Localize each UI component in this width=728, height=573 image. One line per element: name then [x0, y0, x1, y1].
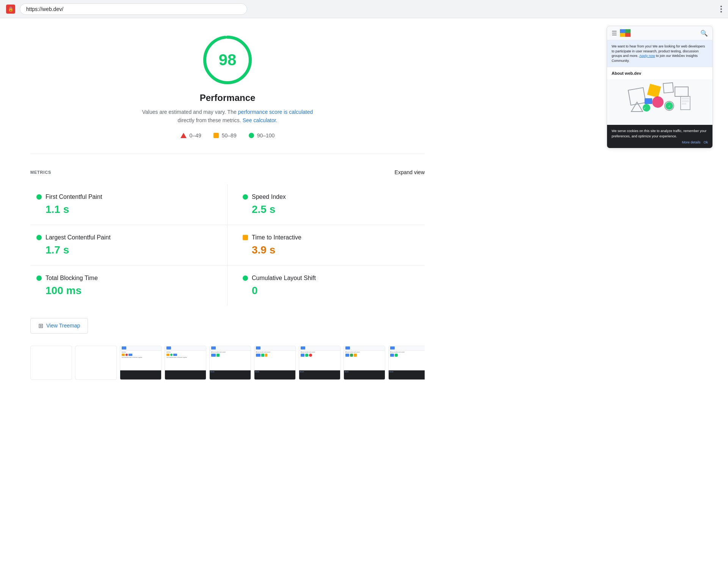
metric-fcp-indicator [36, 194, 42, 200]
treemap-label: View Treemap [46, 323, 80, 329]
legend-pass: 90–100 [249, 132, 275, 139]
cookie-ok-button[interactable]: Ok [703, 140, 708, 144]
thumb-logo [211, 346, 216, 349]
legend-average: 50–89 [213, 132, 237, 139]
screenshot-7: All your modern web content Activate [344, 346, 385, 380]
thumb-logo [256, 346, 260, 349]
screenshot-3: web.dev Let's build the future of the we… [165, 346, 206, 380]
metrics-section: METRICS Expand view First Contentful Pai… [30, 169, 425, 306]
thumb-content-7: All your modern web content [344, 351, 385, 371]
svg-rect-8 [663, 83, 673, 93]
metric-si-name: Speed Index [252, 194, 286, 200]
performance-score-link[interactable]: performance score is calculated [238, 109, 313, 115]
thumb-logo [345, 346, 350, 349]
screenshot-4: All your modern web content Activate [209, 346, 251, 380]
treemap-icon: ⊞ [38, 322, 43, 329]
thumb-content-6: All your modern web content [299, 351, 340, 371]
view-treemap-button[interactable]: ⊞ View Treemap [30, 318, 88, 334]
screenshot-0 [30, 346, 72, 380]
score-desc-text: Values are estimated and may vary. The [142, 109, 237, 115]
preview-apply-link[interactable]: Apply now [639, 54, 655, 58]
metrics-header: METRICS Expand view [30, 169, 425, 175]
metrics-grid: First Contentful Paint 1.1 s Speed Index… [30, 184, 425, 306]
browser-app-icon: 🔒 [6, 5, 15, 14]
screenshot-6: All your modern web content Activate [299, 346, 340, 380]
metric-cls-name: Cumulative Layout Shift [252, 275, 316, 282]
legend-fail: 0–49 [180, 132, 201, 139]
cookie-more-details-button[interactable]: More details [682, 140, 700, 144]
see-calculator-link[interactable]: See calculator. [243, 117, 278, 123]
svg-rect-20 [682, 103, 686, 105]
metric-fcp: First Contentful Paint 1.1 s [30, 184, 228, 225]
browser-menu-button[interactable] [720, 6, 722, 13]
metric-fcp-value: 1.1 s [36, 203, 212, 216]
metric-si-value: 2.5 s [243, 203, 419, 216]
treemap-section: ⊞ View Treemap [30, 318, 425, 334]
browser-chrome: 🔒 https://web.dev/ [0, 0, 728, 18]
screenshot-8: All your modern web content Activate [388, 346, 425, 380]
screenshots-strip: web.dev Let's build the future of the we… [30, 346, 425, 380]
site-preview: ☰ 🔍 We want to hear from you! We are loo… [607, 26, 713, 148]
svg-text:✓: ✓ [643, 107, 646, 110]
thumb-content-3: web.dev Let's build the future of the we… [165, 351, 206, 371]
thumb-logo [166, 346, 171, 349]
expand-view-button[interactable]: Expand view [395, 169, 425, 175]
preview-cookie-banner: We serve cookies on this site to analyze… [607, 125, 712, 148]
metric-lcp-indicator [36, 235, 42, 240]
screenshot-1 [75, 346, 117, 380]
metric-tti-indicator [243, 235, 248, 240]
svg-rect-3 [625, 29, 631, 33]
thumb-content-2: web.dev Let's build the future of the we… [120, 351, 161, 371]
legend-fail-label: 0–49 [190, 132, 201, 139]
score-title: Performance [200, 93, 256, 103]
metric-tbt-name: Total Blocking Time [46, 275, 98, 282]
metric-si-header: Speed Index [243, 194, 419, 200]
metric-tbt-header: Total Blocking Time [36, 275, 212, 282]
metric-tti-name: Time to Interactive [252, 234, 301, 241]
thumb-content-8: All your modern web content [389, 351, 425, 371]
score-section: 98 Performance Values are estimated and … [30, 33, 425, 154]
preview-illustration: ✓ ✓ [607, 79, 712, 125]
metric-si-indicator [243, 194, 248, 200]
metric-lcp-header: Largest Contentful Paint [36, 234, 212, 241]
preview-search-icon: 🔍 [700, 30, 708, 37]
metric-cls: Cumulative Layout Shift 0 [228, 266, 425, 306]
metric-lcp-name: Largest Contentful Paint [46, 234, 111, 241]
metric-cls-header: Cumulative Layout Shift [243, 275, 419, 282]
fail-icon [180, 133, 187, 138]
legend-pass-label: 90–100 [257, 132, 275, 139]
metrics-label: METRICS [30, 170, 51, 175]
svg-rect-4 [620, 33, 625, 37]
metric-cls-value: 0 [243, 285, 419, 297]
preview-logo [620, 29, 631, 37]
metric-fcp-header: First Contentful Paint [36, 194, 212, 200]
svg-rect-19 [682, 100, 689, 102]
metric-si: Speed Index 2.5 s [228, 184, 425, 225]
cookie-actions: More details Ok [612, 140, 708, 144]
metric-lcp-value: 1.7 s [36, 244, 212, 256]
metric-tbt-indicator [36, 275, 42, 281]
score-legend: 0–49 50–89 90–100 [180, 132, 275, 139]
metric-cls-indicator [243, 275, 248, 281]
cookie-text: We serve cookies on this site to analyze… [612, 129, 706, 138]
pass-icon [249, 133, 254, 138]
thumb-logo [301, 346, 305, 349]
svg-rect-5 [625, 33, 631, 37]
svg-rect-2 [620, 29, 625, 33]
thumb-logo [390, 346, 395, 349]
metric-tbt: Total Blocking Time 100 ms [30, 266, 228, 306]
score-description: Values are estimated and may vary. The p… [136, 108, 318, 125]
svg-rect-7 [647, 84, 661, 98]
svg-point-10 [652, 96, 664, 108]
preview-header: ☰ 🔍 [607, 26, 712, 40]
main-wrapper: 98 Performance Values are estimated and … [0, 18, 728, 395]
thumb-logo [122, 346, 126, 349]
metric-tti-header: Time to Interactive [243, 234, 419, 241]
screenshot-5: All your modern web content Activate [254, 346, 296, 380]
thumb-content-4: All your modern web content [210, 351, 251, 371]
url-bar[interactable]: https://web.dev/ [20, 3, 247, 15]
preview-about-label: About web.dev [607, 67, 712, 79]
metric-fcp-name: First Contentful Paint [46, 194, 102, 200]
svg-text:✓: ✓ [668, 105, 671, 108]
score-desc-middle: directly from these metrics. [178, 117, 241, 123]
